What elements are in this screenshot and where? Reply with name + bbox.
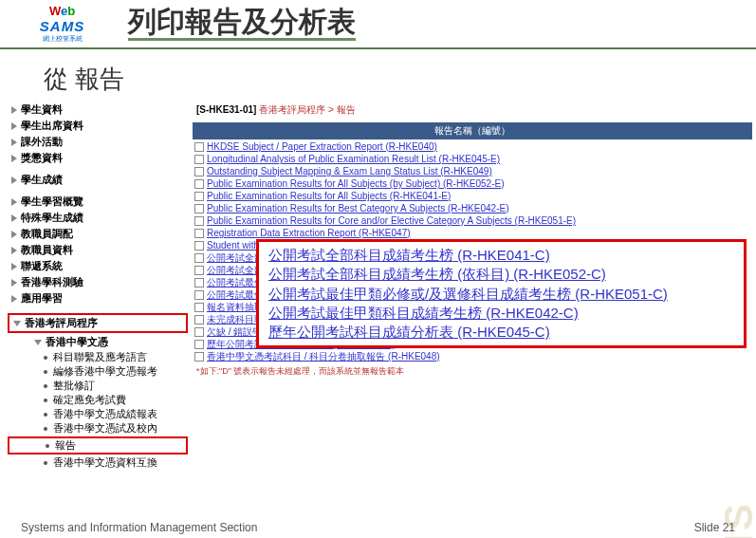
sidebar-label: 教職員調配 (21, 227, 73, 241)
triangle-icon (11, 295, 17, 303)
checkbox[interactable] (194, 278, 204, 288)
sidebar-label: 課外活動 (21, 135, 63, 149)
sidebar-subitem[interactable]: 香港中學文憑 (8, 334, 188, 350)
sidebar-leaf-item[interactable]: 科目聯繫及應考語言 (8, 350, 188, 364)
bullet-icon (44, 356, 47, 360)
breadcrumb-code: [S-HKE31-01] (196, 104, 256, 115)
sidebar-leaf-item[interactable]: 香港中學文憑成績報表 (8, 407, 188, 421)
sidebar-label: 科目聯繫及應考語言 (53, 350, 147, 364)
sidebar-item[interactable]: 特殊學生成績 (8, 210, 188, 226)
triangle-icon (11, 155, 17, 162)
callout-link[interactable]: 歷年公開考試科目成績分析表 (R-HKE045-C) (268, 323, 734, 342)
checkbox[interactable] (194, 204, 204, 213)
sidebar-item[interactable]: 學生學習概覽 (8, 194, 188, 210)
sidebar-item[interactable]: 課外活動 (8, 134, 188, 150)
report-link[interactable]: Longitudinal Analysis of Public Examinat… (207, 154, 500, 165)
sidebar-item[interactable]: 學生出席資料 (8, 118, 188, 134)
sidebar-label: 香港考評局程序 (25, 316, 98, 330)
report-link[interactable]: Public Examination Results for All Subje… (207, 178, 504, 190)
checkbox[interactable] (194, 327, 204, 337)
report-row: Public Examination Results for All Subje… (193, 191, 752, 203)
report-row: Public Examination Results for Best Cate… (193, 203, 752, 215)
checkbox[interactable] (194, 315, 204, 325)
logo-sams: SAMS (40, 18, 84, 34)
checkbox[interactable] (194, 352, 204, 362)
sidebar-item[interactable]: 教職員資料 (8, 242, 188, 258)
sidebar-leaf-item[interactable]: 香港中學文憑資料互換 (8, 455, 188, 470)
logo-web: Web (49, 4, 75, 18)
callout-link[interactable]: 公開考試全部科目成績考生榜 (依科目) (R-HKE052-C) (268, 265, 734, 284)
sidebar-label: 香港中學文憑 (46, 335, 108, 349)
checkbox[interactable] (194, 303, 204, 312)
checkbox[interactable] (194, 167, 204, 176)
sidebar-item[interactable]: 學生成績 (8, 172, 188, 188)
sidebar-label: 學生出席資料 (21, 119, 83, 133)
sidebar-item[interactable]: 應用學習 (8, 290, 188, 306)
triangle-icon (11, 279, 17, 287)
sidebar-label: 香港中學文憑試及校內 (53, 421, 157, 436)
sidebar-item[interactable]: 香港考評局程序 (8, 313, 188, 333)
triangle-icon (11, 263, 17, 270)
triangle-down-icon (34, 340, 42, 345)
checkbox[interactable] (194, 241, 204, 250)
report-row: HKDSE Subject / Paper Extraction Report … (193, 141, 752, 154)
triangle-icon (11, 247, 17, 254)
footer-right: Slide 21 (694, 521, 735, 534)
report-row: Public Examination Results for Core and/… (193, 215, 752, 228)
sidebar-leaf-item[interactable]: 確定應免考試費 (8, 393, 188, 407)
sidebar-item[interactable]: 獎懲資料 (8, 150, 188, 166)
checkbox[interactable] (194, 229, 204, 238)
websams-logo: Web SAMS 網上校管系統 (8, 4, 117, 44)
sidebar-leaf-item[interactable]: 整批修訂 (8, 379, 188, 393)
sidebar-label: 香港學科測驗 (21, 275, 83, 289)
triangle-icon (11, 122, 17, 130)
report-link[interactable]: Public Examination Results for All Subje… (207, 191, 451, 202)
report-link[interactable]: Public Examination Results for Core and/… (207, 215, 576, 227)
slide-footer: Systems and Information Management Secti… (0, 521, 756, 534)
checkbox[interactable] (194, 216, 204, 226)
report-row: 香港中學文憑考試科目 / 科目分卷抽取報告 (R-HKE048) (193, 351, 752, 363)
page-title: 列印報告及分析表 (128, 8, 356, 41)
report-link[interactable]: 香港中學文憑考試科目 / 科目分卷抽取報告 (R-HKE048) (207, 351, 440, 362)
triangle-icon (11, 231, 17, 238)
sidebar-item[interactable]: 學生資料 (8, 102, 188, 118)
table-header: 報告名稱（編號） (193, 122, 752, 139)
sidebar-label: 特殊學生成績 (21, 211, 83, 225)
checkbox[interactable] (194, 290, 204, 300)
sidebar-item[interactable]: 香港學科測驗 (8, 274, 188, 290)
checkbox[interactable] (194, 155, 204, 164)
sidebar-label: 學生學習概覽 (21, 195, 83, 209)
report-link[interactable]: Registration Data Extraction Report (R-H… (207, 228, 411, 239)
checkbox[interactable] (194, 253, 204, 263)
report-link[interactable]: Outstanding Subject Mapping & Exam Lang … (207, 166, 492, 177)
sidebar-leaf-item[interactable]: 香港中學文憑試及校內 (8, 421, 188, 436)
bullet-icon (44, 384, 47, 388)
checkbox[interactable] (194, 266, 204, 275)
checkbox[interactable] (194, 340, 204, 349)
callout-link[interactable]: 公開考試最佳甲類科目成績考生榜 (R-HKE042-C) (268, 304, 734, 323)
report-link[interactable]: Public Examination Results for Best Cate… (207, 203, 508, 214)
triangle-icon (11, 198, 17, 206)
triangle-icon (11, 176, 17, 184)
report-row: Outstanding Subject Mapping & Exam Lang … (193, 166, 752, 178)
sidebar-label: 香港中學文憑成績報表 (53, 407, 157, 421)
breadcrumb-path: 香港考評局程序 > 報告 (259, 104, 355, 115)
report-link[interactable]: HKDSE Subject / Paper Extraction Report … (207, 141, 437, 153)
sidebar-leaf-item[interactable]: 報告 (8, 436, 188, 455)
callout-link[interactable]: 公開考試全部科目成績考生榜 (R-HKE041-C) (268, 246, 734, 265)
bullet-icon (44, 413, 47, 417)
sidebar-label: 教職員資料 (21, 243, 73, 257)
sidebar-item[interactable]: 聯遞系統 (8, 258, 188, 274)
sidebar-item[interactable]: 教職員調配 (8, 226, 188, 242)
callout-link[interactable]: 公開考試最佳甲類必修或/及選修科目成績考生榜 (R-HKE051-C) (268, 285, 734, 304)
checkbox[interactable] (194, 142, 204, 152)
slide-header: Web SAMS 網上校管系統 列印報告及分析表 (0, 0, 756, 49)
checkbox[interactable] (194, 192, 204, 201)
bullet-icon (44, 370, 47, 374)
sidebar-label: 整批修訂 (53, 379, 95, 393)
triangle-icon (11, 106, 17, 114)
sidebar-leaf-item[interactable]: 編修香港中學文憑報考 (8, 364, 188, 379)
bullet-icon (44, 461, 47, 465)
checkbox[interactable] (194, 179, 204, 189)
bullet-icon (46, 444, 49, 448)
